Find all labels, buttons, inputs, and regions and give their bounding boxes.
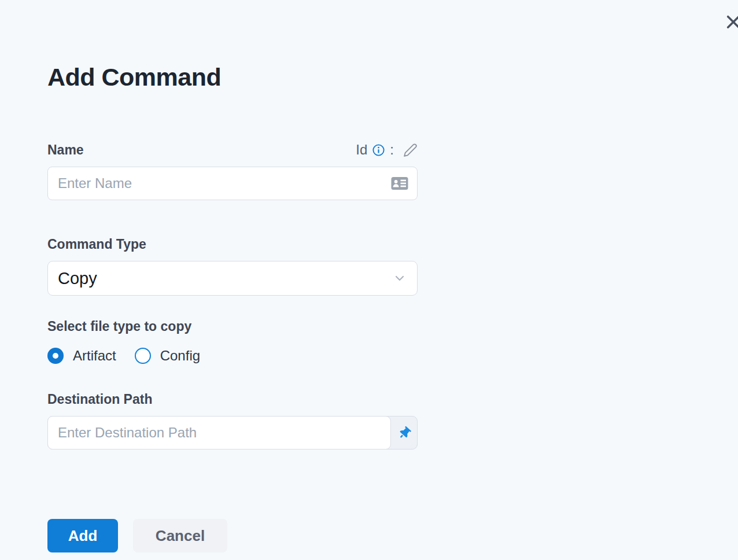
destination-path-label: Destination Path — [47, 392, 152, 407]
name-field-wrap — [47, 167, 418, 200]
file-type-radio-group: Artifact Config — [47, 347, 418, 365]
id-group: Id : — [356, 142, 418, 158]
edit-pencil-icon[interactable] — [403, 143, 418, 157]
cancel-button[interactable]: Cancel — [133, 519, 227, 552]
dialog-actions: Add Cancel — [47, 519, 418, 552]
file-type-label-row: Select file type to copy — [47, 318, 418, 335]
chevron-down-icon — [394, 272, 405, 284]
radio-config-unselected[interactable] — [135, 348, 151, 364]
command-type-label-row: Command Type — [47, 235, 418, 253]
destination-path-group — [47, 416, 418, 450]
command-type-value: Copy — [58, 269, 97, 288]
command-type-label: Command Type — [47, 237, 146, 252]
radio-option-config[interactable]: Config — [135, 348, 200, 364]
id-colon: : — [390, 142, 394, 158]
pushpin-icon[interactable] — [391, 416, 418, 450]
id-card-icon — [391, 176, 408, 190]
close-icon[interactable] — [724, 12, 738, 32]
destination-path-label-row: Destination Path — [47, 390, 418, 408]
name-input[interactable] — [47, 167, 418, 200]
name-label-row: Name Id : — [47, 141, 418, 159]
radio-artifact-label: Artifact — [73, 348, 116, 364]
id-label: Id — [356, 142, 367, 158]
radio-artifact-selected[interactable] — [47, 348, 64, 364]
file-type-label: Select file type to copy — [47, 319, 191, 334]
info-icon[interactable] — [372, 143, 385, 157]
destination-path-input[interactable] — [47, 416, 391, 450]
add-button[interactable]: Add — [47, 519, 118, 552]
command-type-select[interactable]: Copy — [47, 261, 418, 296]
name-label: Name — [47, 142, 84, 158]
add-command-dialog: Add Command Name Id : — [47, 62, 418, 552]
radio-config-label: Config — [160, 348, 200, 364]
page-title: Add Command — [47, 62, 418, 91]
radio-option-artifact[interactable]: Artifact — [47, 348, 116, 364]
